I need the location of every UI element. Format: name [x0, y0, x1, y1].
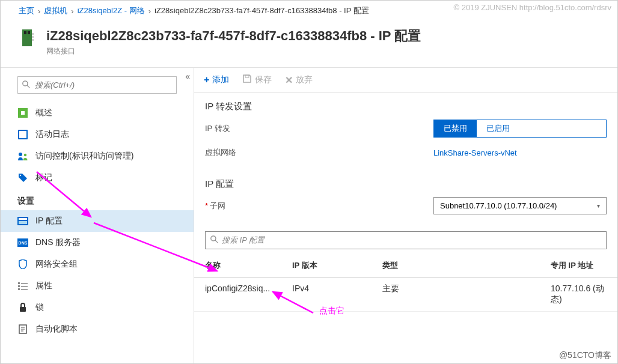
- svg-point-9: [24, 154, 26, 156]
- discard-label: 放弃: [296, 74, 313, 85]
- svg-rect-1: [24, 31, 26, 34]
- svg-rect-22: [20, 307, 26, 312]
- svg-rect-3: [32, 33, 34, 35]
- ipconfig-section-title: IP 配置: [205, 178, 607, 190]
- sidebar-item-label: 概述: [35, 108, 52, 118]
- breadcrumb-home[interactable]: 主页: [19, 5, 34, 16]
- sidebar: « 概述 活动日志 访问控制(标识和访问管理) 标记: [1, 68, 194, 364]
- sidebar-item-overview[interactable]: 概述: [1, 102, 194, 124]
- svg-rect-20: [18, 288, 20, 290]
- nic-icon: [19, 27, 40, 49]
- log-icon: [17, 129, 28, 140]
- sidebar-item-label: 自动化脚本: [35, 324, 78, 335]
- subnet-dropdown[interactable]: Subnet10.77.10.0 (10.77.10.0/24) ▾: [433, 197, 607, 214]
- page-subtitle: 网络接口: [46, 46, 421, 56]
- svg-rect-0: [22, 29, 32, 46]
- svg-rect-21: [21, 289, 28, 290]
- sidebar-item-label: 网络安全组: [35, 259, 78, 270]
- cell-name: ipConfigiZ28siq...: [205, 284, 292, 305]
- svg-rect-5: [32, 39, 34, 41]
- sidebar-item-activity-log[interactable]: 活动日志: [1, 124, 194, 145]
- cell-ip: 10.77.10.6 (动态): [551, 284, 607, 305]
- svg-rect-2: [28, 31, 30, 34]
- svg-point-8: [19, 153, 22, 156]
- ipconfig-icon: [17, 216, 28, 226]
- svg-rect-19: [21, 286, 28, 287]
- sidebar-item-dns[interactable]: DNS DNS 服务器: [1, 232, 194, 253]
- vnet-link[interactable]: LinkShare-Servers-vNet: [433, 148, 517, 157]
- dns-icon: DNS: [17, 237, 28, 248]
- discard-button[interactable]: ✕ 放弃: [285, 74, 313, 86]
- sidebar-item-lock[interactable]: 锁: [1, 297, 194, 318]
- header-ip: 专用 IP 地址: [551, 260, 607, 271]
- watermark-text: © 2019 ZJUNSEN http://blog.51cto.com/rds…: [454, 3, 611, 12]
- main-panel: + 添加 保存 ✕ 放弃 IP 转发设置 IP 转发 已禁用: [194, 68, 617, 364]
- sidebar-item-tags[interactable]: 标记: [1, 167, 194, 189]
- svg-line-7: [27, 85, 29, 88]
- shield-icon: [17, 259, 28, 270]
- tag-icon: [17, 172, 28, 183]
- subnet-value: Subnet10.77.10.0 (10.77.10.0/24): [440, 201, 557, 210]
- ipconfig-search[interactable]: 搜索 IP 配置: [205, 231, 607, 249]
- lock-icon: [17, 302, 28, 313]
- properties-icon: [17, 281, 28, 291]
- toggle-disabled[interactable]: 已禁用: [434, 120, 477, 137]
- vnet-label: 虚拟网络: [205, 147, 433, 158]
- chevron-right-icon: ›: [71, 7, 73, 16]
- svg-rect-16: [18, 282, 20, 284]
- annotation-label: 点击它: [319, 306, 344, 317]
- add-button[interactable]: + 添加: [204, 74, 229, 85]
- page-title-block: iZ28siqebl2Z8c23b733-fa7f-457f-8df7-c163…: [1, 21, 617, 67]
- save-button[interactable]: 保存: [242, 74, 272, 86]
- page-title: iZ28siqebl2Z8c23b733-fa7f-457f-8df7-c163…: [46, 27, 421, 45]
- cell-version: IPv4: [292, 284, 382, 305]
- ipconfig-table: 名称 IP 版本 类型 专用 IP 地址 ipConfigiZ28siq... …: [194, 254, 617, 312]
- breadcrumb-current: iZ28siqebl2Z8c23b733-fa7f-457f-8df7-c163…: [154, 5, 369, 16]
- toolbar: + 添加 保存 ✕ 放弃: [194, 68, 617, 93]
- sidebar-item-automation[interactable]: 自动化脚本: [1, 318, 194, 340]
- overview-icon: [17, 108, 28, 118]
- header-type: 类型: [382, 260, 551, 271]
- breadcrumb-vms[interactable]: 虚拟机: [44, 5, 67, 16]
- sidebar-item-properties[interactable]: 属性: [1, 275, 194, 297]
- table-row[interactable]: ipConfigiZ28siq... IPv4 主要 10.77.10.6 (动…: [194, 278, 617, 312]
- svg-line-29: [215, 240, 218, 243]
- chevron-down-icon: ▾: [597, 202, 600, 209]
- svg-point-28: [211, 236, 216, 241]
- search-icon: [210, 235, 218, 246]
- sidebar-item-ip-config[interactable]: IP 配置: [1, 210, 194, 232]
- script-icon: [17, 324, 28, 335]
- save-label: 保存: [255, 74, 272, 85]
- sidebar-item-label: 活动日志: [35, 129, 69, 140]
- subnet-label: *子网: [205, 201, 433, 211]
- sidebar-item-label: 访问控制(标识和访问管理): [35, 151, 133, 162]
- sidebar-item-label: 锁: [35, 302, 44, 313]
- chevron-right-icon: ›: [38, 7, 40, 16]
- access-icon: [17, 151, 28, 162]
- search-placeholder: 搜索 IP 配置: [222, 235, 265, 246]
- footer-watermark: @51CTO博客: [559, 350, 611, 361]
- sidebar-item-nsg[interactable]: 网络安全组: [1, 253, 194, 275]
- add-label: 添加: [212, 74, 229, 85]
- svg-point-6: [23, 80, 28, 85]
- header-name: 名称: [205, 260, 292, 271]
- svg-point-10: [20, 175, 21, 176]
- sidebar-item-label: DNS 服务器: [35, 237, 81, 248]
- sidebar-settings-header: 设置: [1, 189, 194, 210]
- svg-text:DNS: DNS: [19, 241, 28, 245]
- search-icon: [22, 80, 30, 91]
- forwarding-toggle[interactable]: 已禁用 已启用: [433, 120, 607, 138]
- forwarding-section-title: IP 转发设置: [205, 101, 607, 112]
- svg-rect-12: [19, 218, 27, 220]
- sidebar-search-input[interactable]: [17, 76, 177, 94]
- cell-type: 主要: [382, 284, 551, 305]
- save-icon: [242, 74, 252, 86]
- sidebar-item-access-control[interactable]: 访问控制(标识和访问管理): [1, 145, 194, 167]
- sidebar-item-label: 标记: [35, 172, 52, 183]
- breadcrumb-network[interactable]: iZ28siqebl2Z - 网络: [78, 5, 145, 16]
- sidebar-item-label: 属性: [35, 281, 52, 291]
- svg-rect-4: [32, 36, 34, 38]
- toggle-enabled[interactable]: 已启用: [477, 120, 519, 137]
- collapse-icon[interactable]: «: [185, 71, 190, 81]
- svg-rect-13: [19, 221, 27, 224]
